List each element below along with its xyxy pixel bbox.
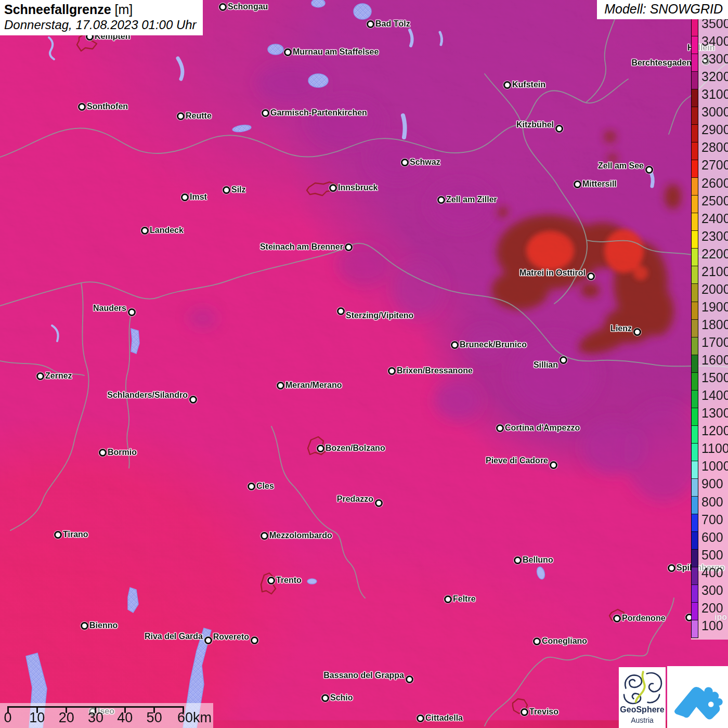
legend-tick-label: 2200 bbox=[701, 246, 728, 261]
city-dot bbox=[99, 449, 107, 457]
city-label: Cortina d'Ampezzo bbox=[505, 423, 580, 433]
city-label: Schongau bbox=[228, 2, 268, 11]
legend-tick-label: 3400 bbox=[701, 34, 728, 49]
snowfall-limit-map-screenshot: SchongauBad TölzKemptenMurnau am Staffel… bbox=[0, 0, 728, 728]
city-dot bbox=[223, 186, 230, 194]
blue-mountain-icon bbox=[667, 666, 728, 728]
city-label: Sonthofen bbox=[87, 102, 128, 111]
city-label: Steinach am Brenner bbox=[260, 242, 343, 252]
city-label: Conegliano bbox=[542, 636, 587, 646]
legend-tick-label: 700 bbox=[701, 512, 723, 527]
partial-city-label: ipo bbox=[714, 613, 727, 622]
legend-color-band bbox=[692, 585, 698, 603]
city-dot bbox=[503, 81, 511, 89]
city-label: Mezzolombardo bbox=[269, 531, 332, 540]
city-label: Silz bbox=[231, 185, 246, 194]
legend-tick-label: 3200 bbox=[701, 69, 728, 84]
legend-color-band bbox=[692, 36, 698, 54]
city-dot bbox=[141, 227, 149, 235]
city-dot bbox=[78, 103, 86, 111]
city-dot bbox=[262, 109, 269, 117]
legend-color-band bbox=[692, 19, 698, 36]
model-name-box: Modell: SNOWGRID bbox=[597, 0, 728, 19]
city-label: Innsbruck bbox=[338, 183, 378, 192]
city-dot bbox=[219, 3, 227, 11]
legend-color-band bbox=[692, 142, 698, 160]
legend-tick-label: 1600 bbox=[701, 353, 728, 368]
city-dot bbox=[181, 193, 189, 201]
legend-tick-label: 1200 bbox=[701, 423, 728, 438]
city-dot bbox=[633, 328, 641, 336]
city-label: Treviso bbox=[529, 707, 558, 717]
city-dot bbox=[204, 636, 212, 644]
city-label: Bozen/Bolzano bbox=[326, 444, 385, 453]
legend-color-band bbox=[692, 54, 698, 72]
legend-color-band bbox=[692, 444, 698, 461]
city-label: Imst bbox=[190, 192, 207, 202]
legend-tick-label: 2800 bbox=[701, 140, 728, 155]
legend-tick-label: 1700 bbox=[701, 335, 728, 350]
city-dot bbox=[645, 166, 653, 174]
city-label: Zell am Ziller bbox=[446, 195, 497, 204]
city-dot bbox=[177, 112, 185, 120]
legend-color-band bbox=[692, 550, 698, 567]
colorbar bbox=[691, 18, 698, 638]
legend-tick-label: 900 bbox=[701, 476, 723, 491]
legend-color-band bbox=[692, 266, 698, 284]
legend-tick-label: 1500 bbox=[701, 370, 728, 385]
scalebar-tick-label: 60km bbox=[177, 710, 219, 726]
distance-scalebar: 0102030405060km bbox=[0, 703, 213, 728]
legend-color-band bbox=[692, 497, 698, 514]
legend-color-band bbox=[692, 107, 698, 125]
legend-tick-label: 2900 bbox=[701, 122, 728, 137]
scalebar-tick-label: 40 bbox=[109, 710, 140, 726]
legend-tick-label: 1400 bbox=[701, 388, 728, 403]
city-label: Schio bbox=[330, 693, 353, 703]
city-dot bbox=[277, 382, 284, 389]
city-dot bbox=[251, 636, 258, 644]
city-dot bbox=[321, 694, 329, 702]
legend-color-band bbox=[692, 373, 698, 391]
title-unit: [m] bbox=[115, 2, 133, 17]
legend-color-band bbox=[692, 337, 698, 355]
legend-tick-label: 1300 bbox=[701, 406, 728, 421]
city-dot bbox=[668, 564, 675, 572]
title-parameter: Schneefallgrenze bbox=[4, 2, 111, 17]
legend-tick-label: 400 bbox=[701, 565, 723, 580]
city-dot bbox=[613, 615, 621, 622]
legend-color-band bbox=[692, 249, 698, 266]
legend-tick-label: 600 bbox=[701, 529, 723, 544]
city-label: Predazzo bbox=[337, 495, 373, 504]
geosphere-austria-logo: GeoSphere Austria bbox=[619, 667, 666, 728]
city-label: Meran/Merano bbox=[285, 381, 342, 390]
scalebar-tick-label: 0 bbox=[0, 710, 23, 726]
legend-tick-label: 2000 bbox=[701, 281, 728, 296]
map-title-box: Schneefallgrenze [m] Donnerstag, 17.08.2… bbox=[0, 0, 203, 35]
city-label: Bienno bbox=[89, 621, 118, 630]
city-dot bbox=[337, 307, 345, 315]
city-dot bbox=[189, 396, 197, 404]
city-label: Bruneck/Brunico bbox=[460, 340, 527, 349]
city-label: Murnau am Staffelsee bbox=[293, 47, 379, 57]
city-label: Lienz bbox=[610, 324, 632, 333]
city-label: Trento bbox=[276, 576, 302, 585]
city-dot bbox=[345, 243, 353, 251]
legend-tick-label: 2100 bbox=[701, 264, 728, 279]
legend-color-band bbox=[692, 125, 698, 142]
legend-color-band bbox=[692, 196, 698, 213]
scalebar-tick-label: 20 bbox=[51, 710, 82, 726]
city-label: Matrei in Osttirol bbox=[519, 268, 586, 278]
city-label: Sillian bbox=[534, 360, 558, 370]
legend-color-band bbox=[692, 355, 698, 373]
city-label: Feltre bbox=[453, 594, 476, 604]
city-label: Garmisch-Partenkirchen bbox=[270, 108, 367, 118]
city-marker-layer: SchongauBad TölzKemptenMurnau am Staffel… bbox=[0, 0, 728, 728]
city-label: Belluno bbox=[523, 555, 553, 565]
city-dot bbox=[437, 196, 445, 204]
city-label: Cittadella bbox=[425, 713, 463, 723]
city-dot bbox=[284, 48, 292, 56]
city-label: Mittersill bbox=[582, 179, 617, 189]
city-dot bbox=[367, 20, 374, 28]
city-dot bbox=[496, 424, 504, 432]
legend-color-band bbox=[692, 391, 698, 408]
